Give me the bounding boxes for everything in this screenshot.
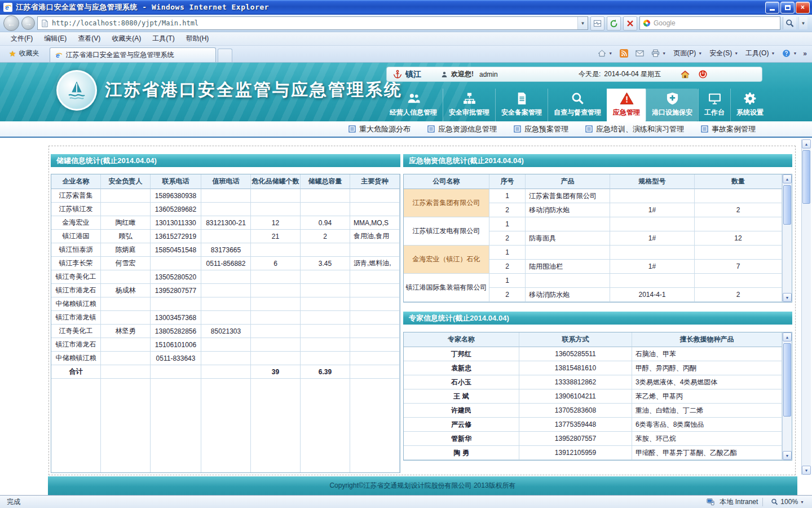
nav-item-2[interactable]: 安全备案管理 xyxy=(495,89,548,121)
menu-item-0[interactable]: 文件(F) xyxy=(6,32,38,45)
tank-cell xyxy=(251,338,301,352)
tank-cell xyxy=(101,189,151,203)
subnav-item-label: 事故案例管理 xyxy=(712,124,756,134)
supplies-cell xyxy=(610,217,695,231)
tank-cell: 21 xyxy=(251,230,301,243)
tank-cell xyxy=(350,325,400,338)
logout-icon[interactable] xyxy=(698,69,708,79)
scroll-track[interactable] xyxy=(783,184,792,292)
nav-item-0[interactable]: 经营人信息管理 xyxy=(384,89,443,121)
main-nav: 经营人信息管理安全审批管理安全备案管理自查与督查管理应急管理港口设施保安工作台系… xyxy=(384,89,769,121)
window-title: 江苏省港口安全监管与应急管理系统 - Windows Internet Expl… xyxy=(16,2,765,12)
tank-filler-cell xyxy=(201,379,251,472)
nav-item-1[interactable]: 安全审批管理 xyxy=(443,89,495,121)
subnav-item-label: 应急资源信息管理 xyxy=(438,124,497,134)
tank-cell: 13505280520 xyxy=(151,270,201,284)
dropdown-icon: ▼ xyxy=(734,51,738,55)
read-mail-button[interactable] xyxy=(633,47,647,59)
tools-menu-button[interactable]: 工具(O)▼ xyxy=(743,47,778,60)
print-button[interactable]: ▼ xyxy=(648,47,669,59)
nav-item-5[interactable]: 港口设施保安 xyxy=(646,89,698,121)
toolbar-overflow-chevron[interactable]: » xyxy=(801,50,809,58)
scroll-thumb[interactable] xyxy=(802,150,810,204)
tank-cell xyxy=(251,311,301,325)
forward-button[interactable]: → xyxy=(21,16,35,30)
feeds-button[interactable] xyxy=(617,47,631,59)
back-button[interactable]: ← xyxy=(3,15,19,31)
city-label: 镇江 xyxy=(405,69,421,80)
address-toolbar: ← → http://localhost:8080/yjpt/Main.html… xyxy=(0,15,812,32)
maximize-button[interactable] xyxy=(780,2,795,14)
scroll-thumb[interactable] xyxy=(783,343,791,417)
subnav-item-3[interactable]: 应急培训、演练和演习管理 xyxy=(585,124,684,134)
tab-title: 江苏省港口安全监管与应急管理系统 xyxy=(66,50,211,60)
scroll-thumb[interactable] xyxy=(783,185,791,225)
expert-cell: 重油、白蜡油、丁二烯 xyxy=(632,404,782,418)
supplies-scrollbar[interactable]: ▲ ▼ xyxy=(782,174,792,302)
minimize-button[interactable] xyxy=(765,2,779,14)
stop-button[interactable] xyxy=(623,16,637,30)
scroll-down-button[interactable]: ▼ xyxy=(783,451,792,460)
scroll-up-button[interactable]: ▲ xyxy=(802,139,811,148)
page-scrollbar[interactable]: ▲ ▼ xyxy=(801,139,811,475)
search-dropdown[interactable]: ▼ xyxy=(798,17,807,29)
scroll-up-button[interactable]: ▲ xyxy=(783,174,792,183)
supplies-company-cell: 江苏镇江发电有限公司 xyxy=(404,217,489,246)
subnav-item-4[interactable]: 事故案例管理 xyxy=(701,124,756,134)
tank-cell xyxy=(201,284,251,297)
home-shortcut-icon[interactable] xyxy=(680,69,690,80)
status-text: 完成 xyxy=(5,497,701,507)
new-tab-stub[interactable] xyxy=(218,49,232,62)
form-icon xyxy=(514,125,521,133)
menu-item-1[interactable]: 编辑(E) xyxy=(39,32,72,45)
scroll-track[interactable] xyxy=(783,342,792,450)
scroll-track[interactable] xyxy=(802,149,811,465)
tank-cell xyxy=(301,352,350,365)
scroll-down-button[interactable]: ▼ xyxy=(783,293,792,302)
tank-cell: 杨成林 xyxy=(101,284,151,297)
page-menu-button[interactable]: 页面(P)▼ xyxy=(670,47,705,60)
subnav-item-label: 应急培训、演练和演习管理 xyxy=(596,124,684,134)
search-input[interactable]: Google xyxy=(639,16,780,30)
safety-menu-button[interactable]: 安全(S)▼ xyxy=(707,47,741,60)
tank-column-header: 主要货种 xyxy=(350,174,400,189)
search-button[interactable] xyxy=(783,17,796,29)
supplies-column-header: 规格型号 xyxy=(610,174,695,189)
supplies-cell xyxy=(610,246,695,260)
nav-item-6[interactable]: 工作台 xyxy=(698,89,730,121)
menu-item-3[interactable]: 收藏夹(A) xyxy=(107,32,146,45)
nav-item-4[interactable]: 应急管理 xyxy=(607,89,646,121)
tank-cell xyxy=(201,203,251,216)
refresh-button[interactable] xyxy=(607,16,621,30)
tank-column-header: 值班电话 xyxy=(201,174,251,189)
subnav-item-0[interactable]: 重大危险源分布 xyxy=(348,124,411,134)
supplies-cell xyxy=(526,246,610,260)
menu-item-4[interactable]: 工具(T) xyxy=(147,32,179,45)
address-bar[interactable]: http://localhost:8080/yjpt/Main.html ▼ xyxy=(37,16,588,30)
nav-item-7[interactable]: 系统设置 xyxy=(730,89,769,121)
nav-item-label: 安全审批管理 xyxy=(449,108,489,117)
nav-item-3[interactable]: 自查与督查管理 xyxy=(548,89,607,121)
help-button[interactable]: ▼ xyxy=(779,47,800,59)
compatibility-view-button[interactable] xyxy=(590,16,604,30)
scroll-down-button[interactable]: ▼ xyxy=(802,466,811,475)
zoom-control[interactable]: 100% ▼ xyxy=(767,497,807,506)
tank-cell: 13952807577 xyxy=(151,284,201,297)
home-button[interactable]: ▼ xyxy=(595,47,615,59)
subnav-item-2[interactable]: 应急预案管理 xyxy=(514,124,568,134)
close-button[interactable]: × xyxy=(796,2,810,14)
tank-filler-cell xyxy=(51,379,101,472)
menu-item-2[interactable]: 查看(V) xyxy=(73,32,105,45)
supplies-cell: 移动消防水炮 xyxy=(526,203,610,217)
nav-item-label: 经营人信息管理 xyxy=(390,108,437,117)
browser-tab[interactable]: e 江苏省港口安全监管与应急管理系统 xyxy=(50,47,216,62)
supplies-company-cell: 江苏索普集团有限公司 xyxy=(404,189,489,217)
scroll-up-button[interactable]: ▲ xyxy=(783,332,792,341)
tank-filler-cell xyxy=(251,379,301,472)
favorites-button[interactable]: ★ 收藏夹 xyxy=(3,46,45,62)
experts-scrollbar[interactable]: ▲ ▼ xyxy=(782,332,792,460)
subnav-item-1[interactable]: 应急资源信息管理 xyxy=(427,124,497,134)
tank-cell: 镇江市港龙镇 xyxy=(51,311,101,325)
address-dropdown[interactable]: ▼ xyxy=(577,17,588,29)
menu-item-5[interactable]: 帮助(H) xyxy=(181,32,214,45)
